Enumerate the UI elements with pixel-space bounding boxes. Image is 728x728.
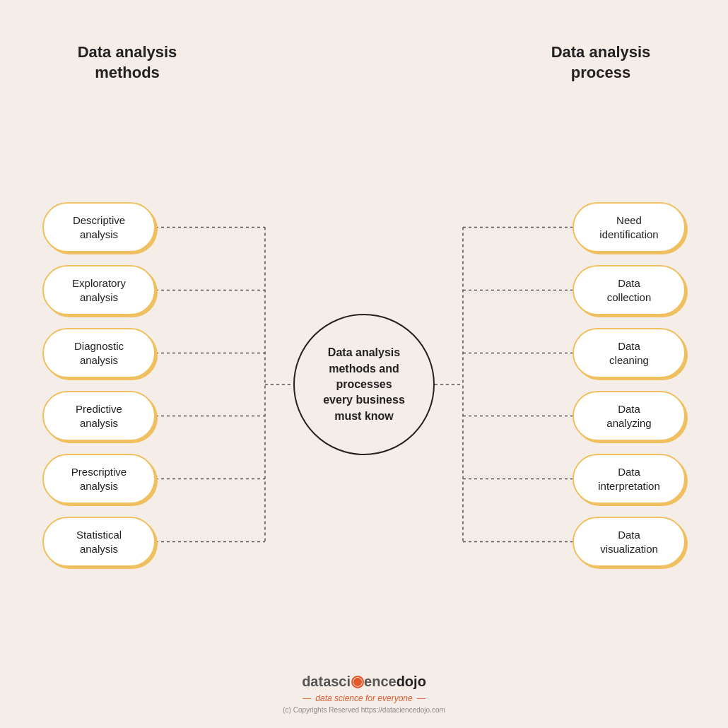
copyright: (c) Copyrights Reserved https://datacien… bbox=[283, 706, 445, 714]
right-item-data-cleaning: Data cleaning bbox=[573, 328, 686, 378]
logo-tagline: data science for everyone bbox=[303, 693, 425, 703]
logo-ence: ence bbox=[364, 674, 397, 690]
right-item-data-analyzing: Data analyzing bbox=[573, 391, 686, 441]
left-header: Data analysis methods bbox=[57, 42, 198, 83]
left-item-predictive: Predictive analysis bbox=[42, 391, 155, 441]
footer: datasci◉encedojo data science for everyo… bbox=[283, 665, 445, 728]
right-item-data-collection: Data collection bbox=[573, 265, 686, 315]
logo-dojo: dojo bbox=[397, 674, 426, 690]
left-item-diagnostic: Diagnostic analysis bbox=[42, 328, 155, 378]
center-circle: Data analysis methods and processes ever… bbox=[293, 314, 435, 455]
right-item-data-visualization: Data visualization bbox=[573, 517, 686, 567]
left-item-statistical: Statistical analysis bbox=[42, 517, 155, 567]
main-container: Data analysis methods Data analysis proc… bbox=[0, 0, 728, 728]
left-item-prescriptive: Prescriptive analysis bbox=[42, 454, 155, 504]
diagram-area: Descriptive analysisExploratory analysis… bbox=[0, 104, 728, 665]
logo-dot: ◉ bbox=[351, 672, 364, 691]
left-item-descriptive: Descriptive analysis bbox=[42, 202, 155, 252]
right-item-need-id: Need identification bbox=[573, 202, 686, 252]
left-item-exploratory: Exploratory analysis bbox=[42, 265, 155, 315]
logo: datasci◉encedojo bbox=[302, 672, 426, 691]
right-column: Need identificationData collectionData c… bbox=[573, 202, 686, 567]
right-header: Data analysis process bbox=[530, 42, 671, 83]
logo-data: data bbox=[302, 674, 331, 690]
logo-sci: sci bbox=[331, 674, 351, 690]
left-column: Descriptive analysisExploratory analysis… bbox=[42, 202, 155, 567]
headers-row: Data analysis methods Data analysis proc… bbox=[0, 0, 728, 104]
right-item-data-interpretation: Data interpretation bbox=[573, 454, 686, 504]
